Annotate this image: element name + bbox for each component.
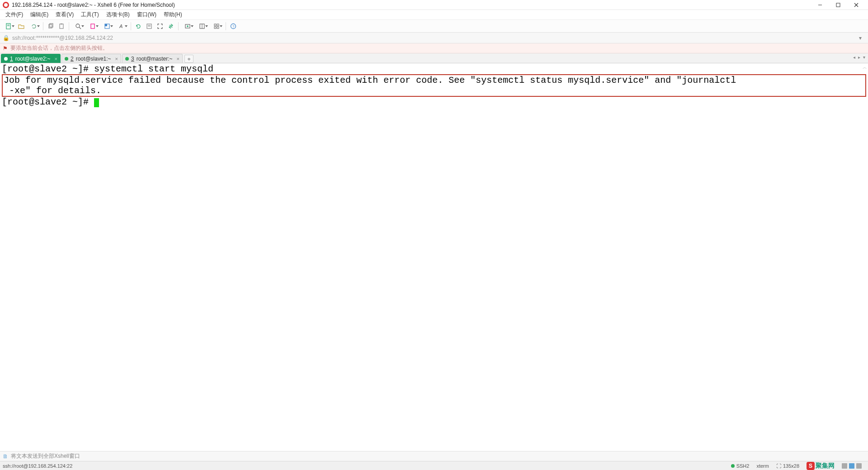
- new-tab-button[interactable]: [181, 21, 194, 31]
- highlighted-error: Job for mysqld.service failed because th…: [2, 74, 866, 97]
- app-window: 192.168.254.124 - root@slave2:~ - Xshell…: [0, 0, 868, 470]
- properties-button[interactable]: [144, 21, 154, 31]
- statusbar: ssh://root@192.168.254.124:22 SSH2 xterm…: [0, 461, 868, 470]
- tab-close-icon[interactable]: ×: [55, 56, 57, 62]
- svg-rect-7: [49, 24, 52, 28]
- caps-indicator-icon: [849, 463, 854, 469]
- menu-window[interactable]: 窗口(W): [133, 10, 160, 19]
- tile-button[interactable]: [210, 21, 223, 31]
- indicator-icon: [842, 463, 847, 469]
- tab-slave2[interactable]: 1 root@slave2:~ ×: [1, 54, 61, 63]
- maximize-button[interactable]: [829, 0, 847, 10]
- tab-number: 2: [71, 56, 74, 62]
- send-to-all-bar[interactable]: 🗎 将文本发送到全部Xshell窗口: [0, 451, 868, 461]
- transfer-button[interactable]: [166, 21, 176, 31]
- brand-logo: S 聚集网: [803, 462, 838, 470]
- svg-rect-13: [91, 24, 94, 28]
- refresh-button[interactable]: [133, 21, 143, 31]
- menu-view[interactable]: 查看(V): [52, 10, 77, 19]
- status-ssh-label: SSH2: [736, 463, 750, 469]
- svg-rect-15: [105, 24, 107, 26]
- tab-master[interactable]: 3 root@master:~ ×: [122, 54, 183, 63]
- hint-text: 要添加当前会话，点击左侧的箭头按钮。: [10, 44, 108, 52]
- tab-slave1[interactable]: 2 root@slave1:~ ×: [61, 54, 121, 63]
- terminal-line: -xe" for details.: [4, 85, 864, 96]
- tab-prev-icon[interactable]: ◂: [852, 55, 856, 60]
- ssh-dot-icon: [731, 464, 735, 468]
- status-connection: ssh://root@192.168.254.124:22: [3, 463, 727, 469]
- menu-help[interactable]: 帮助(H): [160, 10, 186, 19]
- menu-file[interactable]: 文件(F): [2, 10, 27, 19]
- lock-icon: 🔒: [3, 35, 9, 41]
- address-dropdown-icon[interactable]: ▾: [859, 35, 865, 41]
- tab-list-icon[interactable]: ▾: [862, 55, 866, 60]
- tab-number: 3: [131, 56, 134, 62]
- tab-add-button[interactable]: +: [184, 55, 193, 63]
- svg-rect-26: [217, 24, 219, 26]
- tabbar: 1 root@slave2:~ × 2 root@slave1:~ × 3 ro…: [0, 53, 868, 63]
- terminal-line: [root@slave2 ~]# systemctl start mysqld: [2, 64, 866, 74]
- scroll-up-icon[interactable]: ︿: [863, 64, 867, 71]
- layout-button[interactable]: [195, 21, 209, 31]
- open-button[interactable]: [16, 21, 26, 31]
- status-size-label: 135x28: [783, 463, 799, 469]
- tab-number: 1: [10, 56, 13, 62]
- status-dot-icon: [125, 57, 129, 61]
- terminal-area[interactable]: ︿ [root@slave2 ~]# systemctl start mysql…: [0, 63, 868, 451]
- tab-nav: ◂ ▸ ▾: [852, 55, 866, 60]
- terminal-output: [root@slave2 ~]# systemctl start mysqldJ…: [0, 63, 868, 108]
- addressbar[interactable]: 🔒 ssh://root:***********@192.168.254.124…: [0, 33, 868, 43]
- color-scheme-button[interactable]: [100, 21, 114, 31]
- brand-text: 聚集网: [816, 462, 835, 470]
- new-session-button[interactable]: [2, 21, 15, 31]
- paste-button[interactable]: [57, 21, 66, 31]
- menu-tools[interactable]: 工具(T): [77, 10, 102, 19]
- find-button[interactable]: [71, 21, 85, 31]
- close-button[interactable]: [847, 0, 865, 10]
- app-icon: [3, 2, 9, 8]
- status-ssh: SSH2: [727, 463, 753, 469]
- tab-close-icon[interactable]: ×: [115, 56, 118, 62]
- fullscreen-button[interactable]: [155, 21, 165, 31]
- svg-text:A: A: [119, 24, 123, 29]
- svg-rect-4: [6, 24, 10, 29]
- size-icon: ⛶: [776, 463, 781, 469]
- svg-rect-8: [50, 24, 53, 27]
- terminal-line: Job for mysqld.service failed because th…: [4, 75, 864, 85]
- status-dot-icon: [4, 57, 8, 61]
- svg-line-12: [79, 27, 81, 29]
- hintbar: ⚑ 要添加当前会话，点击左侧的箭头按钮。: [0, 43, 868, 53]
- font-button[interactable]: A: [115, 21, 128, 31]
- status-size: ⛶135x28: [773, 463, 803, 469]
- tab-label: root@slave1:~: [76, 56, 111, 62]
- titlebar: 192.168.254.124 - root@slave2:~ - Xshell…: [0, 0, 868, 10]
- logo-badge-icon: S: [807, 462, 815, 470]
- tab-next-icon[interactable]: ▸: [857, 55, 861, 60]
- svg-rect-28: [217, 27, 219, 28]
- toolbar: A ?: [0, 20, 868, 33]
- svg-rect-27: [214, 27, 216, 28]
- cursor-icon: [94, 98, 99, 107]
- menu-edit[interactable]: 编辑(E): [27, 10, 52, 19]
- window-title: 192.168.254.124 - root@slave2:~ - Xshell…: [12, 2, 175, 8]
- menu-tabs[interactable]: 选项卡(B): [103, 10, 133, 19]
- svg-rect-9: [60, 24, 63, 28]
- note-icon: 🗎: [3, 453, 8, 460]
- svg-rect-10: [61, 24, 62, 24]
- svg-point-11: [76, 24, 80, 28]
- reconnect-button[interactable]: [27, 21, 41, 31]
- tab-close-icon[interactable]: ×: [177, 56, 179, 62]
- clipboard-button[interactable]: [86, 21, 99, 31]
- status-dot-icon: [65, 57, 68, 61]
- status-term: xterm: [753, 463, 773, 469]
- minimize-button[interactable]: [811, 0, 829, 10]
- svg-rect-25: [214, 24, 216, 26]
- copy-button[interactable]: [46, 21, 56, 31]
- flag-icon: ⚑: [3, 45, 8, 52]
- indicator-icon: [856, 463, 862, 469]
- terminal-prompt: [root@slave2 ~]#: [2, 97, 94, 107]
- send-to-all-text: 将文本发送到全部Xshell窗口: [11, 452, 80, 460]
- menubar: 文件(F) 编辑(E) 查看(V) 工具(T) 选项卡(B) 窗口(W) 帮助(…: [0, 10, 868, 20]
- address-text: ssh://root:***********@192.168.254.124:2…: [12, 35, 859, 41]
- help-button[interactable]: ?: [228, 21, 238, 31]
